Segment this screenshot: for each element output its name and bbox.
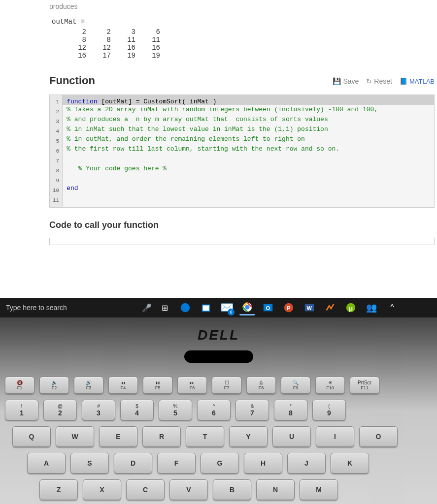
cortana-mic-icon[interactable]: 🎤 — [142, 303, 152, 313]
key-k: K — [331, 453, 369, 473]
svg-point-3 — [245, 305, 249, 309]
mail-badge: 6 — [228, 309, 235, 315]
key-f7: ☐F7 — [212, 377, 241, 394]
key-z: Z — [39, 479, 78, 500]
key-x: X — [83, 479, 121, 500]
svg-point-0 — [181, 303, 190, 312]
mail-icon[interactable]: ✉️6 — [219, 300, 235, 315]
matlab-label: MATLAB — [409, 78, 435, 85]
word-icon[interactable]: W — [302, 300, 317, 315]
key-g: G — [201, 453, 239, 473]
matlab-icon[interactable] — [322, 300, 338, 315]
line-gutter: 1234567891011 — [50, 95, 63, 207]
save-button[interactable]: 💾 Save — [333, 77, 359, 85]
utorrent-icon[interactable]: μ — [343, 300, 359, 315]
output-header: outMat = — [49, 18, 437, 26]
svg-text:P: P — [287, 305, 290, 311]
key-f6: ⏭F6 — [177, 377, 207, 394]
camera-bar — [184, 350, 253, 363]
matlab-doc-link[interactable]: 📘 MATLAB — [400, 78, 435, 85]
outlook-icon[interactable]: O — [260, 300, 276, 315]
dell-logo: DELL — [0, 317, 437, 343]
key-u: U — [272, 426, 311, 447]
screen-content: produces outMat = 2236 881111 12121616 1… — [0, 0, 437, 298]
key-f4: ⏮F4 — [108, 377, 138, 394]
key-f8: ⎙F8 — [246, 377, 276, 394]
key-3: #3 — [82, 400, 115, 420]
number-key-row: !1@2#3$4%5^6&7*8(9 — [5, 400, 432, 420]
call-function-title: Code to call your function — [49, 220, 437, 230]
book-icon: 📘 — [400, 78, 407, 85]
key-r: R — [142, 426, 181, 447]
svg-text:μ: μ — [349, 305, 353, 312]
key-w: W — [56, 426, 94, 447]
key-1: !1 — [5, 400, 38, 420]
save-icon: 💾 — [333, 77, 341, 85]
key-v: V — [169, 479, 208, 500]
key-n: N — [256, 479, 295, 500]
call-code-editor[interactable] — [49, 238, 435, 245]
laptop-body: DELL 🔇F1🔉F2🔊F3⏮F4⏯F5⏭F6☐F7⎙F8🔍F9☀F10PrtS… — [0, 317, 437, 504]
key-y: Y — [229, 426, 268, 447]
qwerty-row: QWERTYUIO — [5, 426, 432, 447]
key-h: H — [244, 453, 282, 473]
key-7: &7 — [235, 400, 269, 420]
task-view-icon[interactable]: ⊞ — [157, 300, 172, 315]
key-4: $4 — [120, 400, 154, 420]
key-f1: 🔇F1 — [5, 377, 34, 394]
key-2: @2 — [43, 400, 77, 420]
chrome-icon[interactable] — [239, 300, 255, 315]
key-c: C — [126, 479, 165, 500]
editor-toolbar: 💾 Save ↻ Reset 📘 MATLAB — [333, 77, 435, 85]
asdf-row: ASDFGHJK — [5, 453, 432, 473]
key-j: J — [287, 453, 326, 473]
save-label: Save — [343, 77, 359, 85]
output-block: outMat = 2236 881111 12121616 16171919 — [49, 18, 437, 60]
reset-icon: ↻ — [366, 77, 372, 85]
key-9: (9 — [312, 400, 346, 420]
key-e: E — [99, 426, 137, 447]
produces-label: produces — [49, 2, 437, 10]
windows-taskbar[interactable]: Type here to search 🎤 ⊞ ✉️6 O P W μ 👥 ^ — [0, 298, 437, 317]
key-f: F — [157, 453, 196, 473]
key-6: ^6 — [197, 400, 231, 420]
tray-chevron-icon[interactable]: ^ — [384, 300, 400, 315]
key-o: O — [359, 426, 398, 447]
key-f9: 🔍F9 — [281, 377, 310, 394]
physical-keyboard: 🔇F1🔉F2🔊F3⏮F4⏯F5⏭F6☐F7⎙F8🔍F9☀F10PrtScrF11… — [0, 377, 437, 500]
key-f5: ⏯F5 — [143, 377, 172, 394]
powerpoint-icon[interactable]: P — [281, 300, 297, 315]
key-d: D — [114, 453, 152, 473]
key-i: I — [316, 426, 354, 447]
key-8: *8 — [274, 400, 307, 420]
reset-label: Reset — [374, 77, 392, 85]
svg-rect-1 — [202, 305, 210, 312]
svg-text:W: W — [307, 305, 312, 311]
key-a: A — [27, 453, 66, 473]
reset-button[interactable]: ↻ Reset — [366, 77, 392, 85]
function-key-row: 🔇F1🔉F2🔊F3⏮F4⏯F5⏭F6☐F7⎙F8🔍F9☀F10PrtScrF11 — [5, 377, 432, 394]
output-matrix: 2236 881111 12121616 16171919 — [49, 28, 437, 60]
key-f3: 🔊F3 — [74, 377, 103, 394]
key-f2: 🔉F2 — [39, 377, 69, 394]
people-icon[interactable]: 👥 — [364, 300, 379, 315]
key-m: M — [300, 479, 338, 500]
key-s: S — [70, 453, 109, 473]
store-icon[interactable] — [198, 300, 214, 315]
code-editor[interactable]: 1234567891011 function [outMat] = Custom… — [49, 94, 435, 208]
key-b: B — [213, 479, 251, 500]
zxcv-row: ZXCVBNM — [5, 479, 432, 500]
svg-text:O: O — [266, 305, 270, 311]
code-content[interactable]: function [outMat] = CustomSort( inMat ) … — [63, 95, 434, 207]
search-input[interactable]: Type here to search — [4, 304, 137, 312]
edge-icon[interactable] — [177, 300, 193, 315]
key-t: T — [186, 426, 224, 447]
key-q: Q — [12, 426, 51, 447]
key-f11: PrtScrF11 — [350, 377, 379, 394]
key-5: %5 — [159, 400, 192, 420]
key-f10: ☀F10 — [315, 377, 345, 394]
